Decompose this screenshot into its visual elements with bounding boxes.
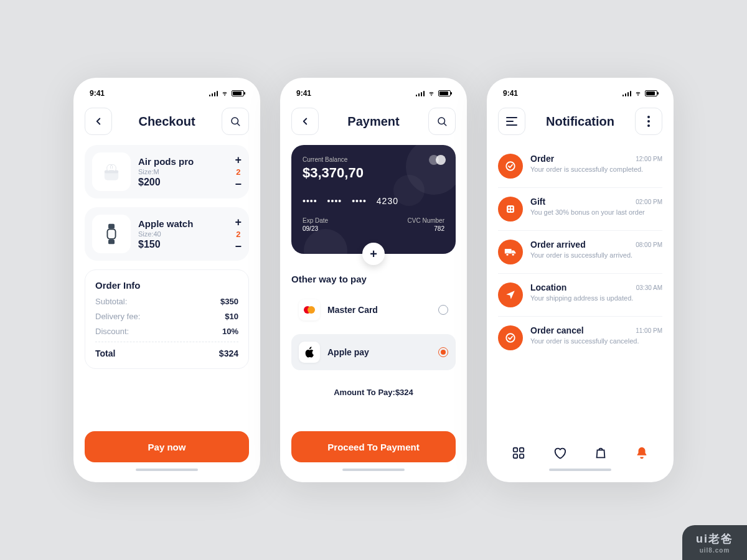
tab-favorites[interactable] bbox=[553, 446, 566, 460]
proceed-button[interactable]: Proceed To Payment bbox=[291, 431, 456, 462]
product-thumb bbox=[92, 215, 131, 253]
svg-rect-2 bbox=[105, 170, 119, 174]
svg-point-18 bbox=[511, 210, 513, 212]
svg-point-11 bbox=[647, 120, 650, 123]
svg-rect-6 bbox=[108, 240, 115, 245]
svg-point-0 bbox=[232, 118, 238, 124]
cart-item: Air pods pro Size:M $200 + 2 − bbox=[85, 145, 249, 198]
status-bar: 9:41 bbox=[291, 89, 456, 103]
search-icon bbox=[436, 116, 448, 127]
other-pay-heading: Other way to pay bbox=[291, 274, 456, 284]
svg-point-12 bbox=[647, 124, 650, 127]
tab-bar bbox=[498, 440, 662, 462]
back-button[interactable] bbox=[291, 108, 319, 135]
search-icon bbox=[230, 116, 241, 127]
search-button[interactable] bbox=[428, 108, 456, 135]
svg-rect-19 bbox=[505, 249, 512, 254]
item-name: Air pods pro bbox=[138, 156, 227, 167]
home-indicator bbox=[549, 469, 611, 471]
home-indicator bbox=[136, 469, 198, 471]
svg-rect-5 bbox=[108, 224, 115, 229]
svg-rect-14 bbox=[507, 205, 514, 213]
airpods-icon bbox=[99, 159, 124, 184]
tab-home[interactable] bbox=[512, 446, 525, 460]
svg-point-16 bbox=[511, 207, 513, 208]
svg-point-9 bbox=[308, 306, 315, 314]
check-circle-icon bbox=[505, 332, 516, 343]
payment-screen: 9:41 Payment Current Balance $3,370,70 •… bbox=[280, 78, 467, 482]
item-price: $200 bbox=[138, 177, 227, 188]
page-title: Checkout bbox=[138, 114, 195, 129]
qty-plus[interactable]: + bbox=[235, 154, 242, 166]
notification-item[interactable]: Order cancel11:00 PM Your order is succe… bbox=[498, 317, 662, 359]
pay-option-mastercard[interactable]: Master Card bbox=[291, 292, 456, 328]
watch-icon bbox=[99, 222, 124, 246]
product-thumb bbox=[92, 152, 131, 191]
more-button[interactable] bbox=[635, 108, 662, 135]
search-button[interactable] bbox=[222, 108, 249, 135]
svg-point-10 bbox=[647, 116, 650, 118]
signal-icon bbox=[416, 90, 425, 96]
check-circle-icon bbox=[505, 161, 516, 172]
item-size: Size:40 bbox=[138, 230, 227, 238]
qty-plus[interactable]: + bbox=[235, 217, 242, 228]
mastercard-icon bbox=[429, 155, 446, 165]
status-time: 9:41 bbox=[90, 89, 105, 98]
chevron-left-icon bbox=[299, 116, 311, 127]
notification-item[interactable]: Order arrived08:00 PM Your order is succ… bbox=[498, 231, 662, 274]
svg-point-15 bbox=[508, 207, 510, 208]
qty-minus[interactable]: − bbox=[235, 241, 242, 252]
notification-item[interactable]: Gift02:00 PM You get 30% bonus on your l… bbox=[498, 188, 662, 231]
notification-screen: 9:41 Notification Order12:00 PM Your ord… bbox=[487, 78, 674, 482]
signal-icon bbox=[622, 90, 632, 96]
svg-rect-23 bbox=[514, 448, 517, 452]
item-name: Apple watch bbox=[138, 218, 227, 229]
back-button[interactable] bbox=[85, 108, 112, 135]
tab-notifications[interactable] bbox=[635, 446, 649, 460]
battery-icon bbox=[438, 90, 451, 96]
svg-rect-24 bbox=[520, 448, 524, 452]
pay-now-button[interactable]: Pay now bbox=[85, 431, 249, 462]
battery-icon bbox=[232, 90, 244, 96]
checkout-screen: 9:41 Checkout Air pods pro Size:M $200 bbox=[73, 78, 260, 482]
tab-bag[interactable] bbox=[594, 446, 608, 460]
truck-icon bbox=[504, 247, 517, 257]
wifi-icon bbox=[634, 90, 642, 96]
svg-point-7 bbox=[438, 118, 445, 124]
svg-point-20 bbox=[506, 253, 509, 256]
wifi-icon bbox=[220, 90, 229, 96]
chevron-left-icon bbox=[93, 116, 104, 127]
qty-value: 2 bbox=[236, 167, 240, 177]
status-time: 9:41 bbox=[296, 89, 311, 98]
gift-icon bbox=[505, 203, 516, 215]
notification-item[interactable]: Order12:00 PM Your order is successfully… bbox=[498, 145, 662, 188]
status-bar: 9:41 bbox=[498, 89, 662, 103]
menu-button[interactable] bbox=[498, 108, 525, 135]
battery-icon bbox=[645, 90, 657, 96]
svg-point-17 bbox=[508, 210, 510, 212]
home-indicator bbox=[342, 469, 405, 471]
notification-item[interactable]: Location03:30 AM Your shipping address i… bbox=[498, 274, 662, 317]
qty-value: 2 bbox=[236, 230, 240, 239]
order-info-card: Order Info Subtotal:$350 Delivery fee:$1… bbox=[85, 269, 249, 369]
menu-icon bbox=[506, 117, 517, 126]
balance-card: Current Balance $3,370,70 ••••••••••••42… bbox=[291, 145, 456, 254]
radio-icon bbox=[438, 347, 448, 357]
more-icon bbox=[647, 116, 650, 127]
qty-minus[interactable]: − bbox=[235, 179, 242, 190]
status-bar: 9:41 bbox=[85, 89, 249, 103]
svg-rect-25 bbox=[514, 454, 517, 458]
add-card-button[interactable]: + bbox=[362, 243, 385, 265]
order-info-heading: Order Info bbox=[95, 280, 238, 291]
amount-to-pay: Amount To Pay:$324 bbox=[291, 388, 456, 397]
location-icon bbox=[505, 289, 516, 301]
radio-icon bbox=[438, 305, 448, 315]
mastercard-logo-icon bbox=[303, 306, 316, 314]
signal-icon bbox=[209, 90, 218, 96]
svg-rect-26 bbox=[520, 454, 524, 458]
wifi-icon bbox=[427, 90, 436, 96]
item-size: Size:M bbox=[138, 168, 227, 175]
page-title: Payment bbox=[347, 114, 399, 129]
status-time: 9:41 bbox=[503, 89, 518, 98]
pay-option-applepay[interactable]: Apple pay bbox=[291, 334, 456, 370]
